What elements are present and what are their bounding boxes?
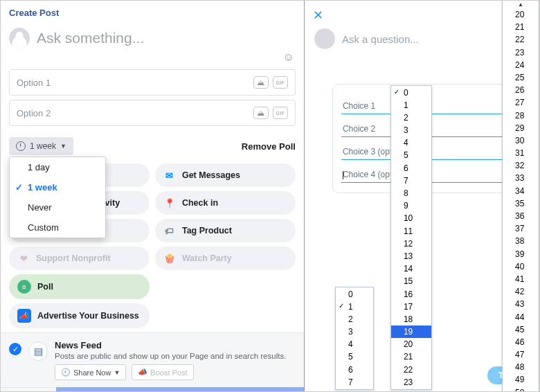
boost-post-button[interactable]: 📣Boost Post: [132, 364, 193, 380]
scroll-up-icon[interactable]: ▲: [503, 1, 539, 8]
minutes-option[interactable]: 37: [503, 222, 539, 235]
add-image-icon[interactable]: [253, 107, 269, 119]
hours-option[interactable]: 16: [391, 288, 431, 301]
minutes-option[interactable]: 28: [503, 109, 539, 122]
minutes-option[interactable]: 50: [503, 386, 539, 391]
chip-get-messages[interactable]: ✉Get Messages: [155, 163, 296, 187]
minutes-option[interactable]: 38: [503, 235, 539, 247]
close-icon[interactable]: ✕: [313, 8, 323, 23]
remove-poll-link[interactable]: Remove Poll: [242, 141, 296, 152]
hours-option[interactable]: 17: [391, 301, 431, 313]
minutes-option[interactable]: 30: [503, 134, 539, 147]
hours-option[interactable]: 3: [391, 124, 431, 136]
duration-option-1week[interactable]: 1 week: [10, 177, 105, 197]
minutes-option[interactable]: 49: [503, 373, 539, 386]
minutes-option[interactable]: 36: [503, 210, 539, 222]
chip-check-in[interactable]: 📍Check in: [155, 191, 296, 215]
add-image-icon[interactable]: [253, 76, 269, 89]
minutes-option[interactable]: 32: [503, 159, 539, 172]
minutes-option[interactable]: 44: [503, 311, 539, 323]
composer-prompt[interactable]: Ask a question...: [342, 33, 419, 45]
days-option[interactable]: 7: [336, 376, 373, 389]
add-gif-icon[interactable]: [273, 107, 288, 119]
days-option[interactable]: 6: [336, 364, 373, 376]
preview-button[interactable]: Preview: [1, 387, 56, 392]
hours-option[interactable]: 11: [391, 225, 431, 238]
minutes-option[interactable]: 25: [503, 71, 539, 84]
share-now-button[interactable]: Share Now: [56, 387, 304, 392]
avatar: [314, 28, 335, 49]
duration-option-1day[interactable]: 1 day: [10, 157, 105, 177]
hours-option[interactable]: 18: [391, 313, 431, 326]
minutes-option[interactable]: 33: [503, 172, 539, 184]
minutes-option[interactable]: 48: [503, 361, 539, 373]
poll-duration-button[interactable]: 1 week ▼: [9, 137, 73, 155]
minutes-option[interactable]: 47: [503, 348, 539, 361]
days-option[interactable]: 3: [336, 326, 373, 338]
days-option[interactable]: 0: [336, 288, 373, 301]
minutes-option[interactable]: 34: [503, 185, 539, 197]
hours-dropdown[interactable]: 0 1 2 3 4 5 6 7 8 9 10 11 12 13 14 15 16…: [390, 85, 432, 391]
hours-option[interactable]: 5: [391, 149, 431, 161]
minutes-option[interactable]: 40: [503, 260, 539, 273]
minutes-dropdown[interactable]: ▲ 20 21 22 23 24 25 26 27 28 29 30 31 32…: [502, 1, 539, 391]
minutes-option[interactable]: 35: [503, 197, 539, 210]
chip-advertise[interactable]: 📣Advertise Your Business: [9, 303, 150, 328]
hours-option[interactable]: 23: [391, 376, 431, 389]
chip-support-nonprofit[interactable]: ❤Support Nonprofit: [9, 247, 150, 270]
minutes-option[interactable]: 46: [503, 336, 539, 348]
hours-option[interactable]: 10: [391, 212, 431, 224]
hours-option[interactable]: 4: [391, 136, 431, 149]
days-dropdown[interactable]: 0 1 2 3 4 5 6 7: [335, 287, 374, 391]
checkmark-icon[interactable]: ✓: [9, 343, 21, 355]
hours-option[interactable]: 15: [391, 275, 431, 287]
hours-option[interactable]: 12: [391, 238, 431, 250]
days-option[interactable]: 2: [336, 313, 373, 326]
minutes-option[interactable]: 42: [503, 285, 539, 298]
minutes-option[interactable]: 31: [503, 147, 539, 159]
composer-prompt[interactable]: Ask something...: [37, 30, 296, 46]
hours-option[interactable]: 20: [391, 338, 431, 350]
hours-option[interactable]: 19: [391, 326, 431, 338]
hours-option[interactable]: 9: [391, 199, 431, 212]
hours-option[interactable]: 0: [391, 87, 431, 99]
emoji-icon[interactable]: ☺: [283, 51, 294, 63]
minutes-option[interactable]: 29: [503, 122, 539, 134]
days-option[interactable]: 5: [336, 350, 373, 363]
chip-watch-party[interactable]: 🍿Watch Party: [155, 247, 296, 270]
minutes-option[interactable]: 43: [503, 298, 539, 310]
hours-option[interactable]: 13: [391, 250, 431, 262]
days-option[interactable]: 4: [336, 338, 373, 350]
minutes-option[interactable]: 23: [503, 46, 539, 59]
hours-option[interactable]: 8: [391, 187, 431, 199]
poll-option-1-input[interactable]: Option 1: [9, 69, 296, 96]
create-post-link[interactable]: Create Post: [9, 8, 59, 18]
hours-option[interactable]: 21: [391, 350, 431, 363]
chip-poll[interactable]: ≡Poll: [9, 274, 150, 299]
minutes-option[interactable]: 39: [503, 248, 539, 260]
minutes-option[interactable]: 41: [503, 273, 539, 285]
hours-option[interactable]: 6: [391, 162, 431, 175]
hours-option[interactable]: 1: [391, 99, 431, 112]
chip-tag-product[interactable]: 🏷Tag Product: [155, 219, 296, 242]
days-option[interactable]: 1: [336, 301, 373, 313]
chevron-down-icon: ▼: [60, 143, 66, 150]
hours-option[interactable]: 2: [391, 112, 431, 124]
minutes-option[interactable]: 26: [503, 84, 539, 96]
minutes-option[interactable]: 20: [503, 8, 539, 21]
duration-option-never[interactable]: Never: [10, 197, 105, 217]
share-now-dropdown[interactable]: 🕘Share Now▼: [55, 364, 126, 380]
minutes-option[interactable]: 27: [503, 96, 539, 109]
add-gif-icon[interactable]: [273, 76, 288, 89]
poll-option-2-input[interactable]: Option 2: [9, 100, 296, 126]
newsfeed-section: ✓ ▤ News Feed Posts are public and show …: [1, 332, 304, 387]
minutes-option[interactable]: 45: [503, 323, 539, 336]
hours-option[interactable]: 22: [391, 364, 431, 376]
minutes-option[interactable]: 21: [503, 21, 539, 33]
clock-icon: 🕘: [61, 368, 71, 377]
hours-option[interactable]: 7: [391, 175, 431, 187]
duration-option-custom[interactable]: Custom: [10, 217, 105, 238]
minutes-option[interactable]: 22: [503, 33, 539, 46]
minutes-option[interactable]: 24: [503, 59, 539, 71]
hours-option[interactable]: 14: [391, 262, 431, 275]
